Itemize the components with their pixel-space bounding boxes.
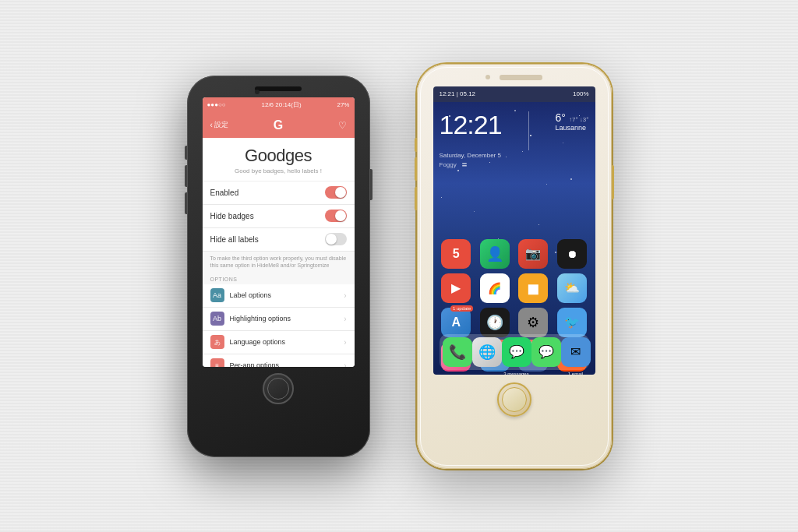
youtube-icon: ▶ [441,273,471,303]
enabled-row[interactable]: Enabled [203,181,355,205]
hide-labels-toggle[interactable] [325,233,347,245]
dock-phone[interactable]: 📞 [443,337,472,367]
clock-icon: ⏺ [557,239,587,269]
lockscreen: 12:21 6° ↑7° ↓3° Lausanne Saturday, Dece… [433,102,595,375]
volume-up-btn [185,165,187,187]
app-title: Goodges [203,146,355,166]
volume-up-white [415,157,417,181]
language-options-row[interactable]: あ Language options › [203,331,355,354]
home-button[interactable] [263,373,294,404]
app-icon-wrap[interactable]: 👤 [478,239,512,269]
speaker-white [500,75,542,80]
nav-title: G [274,118,283,132]
chevron-right-icon: › [344,291,346,300]
chevron-right-icon-2: › [344,315,346,323]
dock-messages[interactable]: 💬 [531,337,561,367]
camera-icon [255,90,260,94]
mute-switch-white [415,138,417,152]
status-bar: ●●●○○ 12/6 20:14(日) 27% [203,97,355,113]
hide-labels-row[interactable]: Hide all labels [203,228,355,252]
power-btn [370,169,373,200]
dock: 📞 🌐 💬 3 messages 💬 [440,334,589,370]
app-icon-wrap[interactable]: ⏺ [555,239,589,269]
heart-icon[interactable]: ♡ [338,120,347,131]
weather-condition: Foggy 〓 [433,160,474,169]
left-phone-screen: ●●●○○ 12/6 20:14(日) 27% ‹ 設定 G ♡ Goodges… [203,97,355,367]
home-button-inner-white [502,387,527,412]
hide-badges-label: Hide badges [210,212,254,220]
time-divider [528,111,529,150]
toggle-knob-3 [326,234,337,245]
twitter-icon: 🐦 [557,308,587,337]
nav-bar: ‹ 設定 G ♡ [203,113,355,138]
contacts-icon: 👤 [480,239,510,269]
lock-date: Saturday, December 5 [433,150,507,160]
right-phone-screen: 12:21 | 05.12 100% [433,86,595,375]
dock-whatsapp[interactable]: 💬 3 messages [502,337,531,367]
hide-badges-row[interactable]: Hide badges [203,205,355,228]
weather-icon: ⛅ [557,273,587,303]
dock-safari[interactable]: 🌐 [472,337,502,367]
back-button[interactable]: ‹ 設定 [210,120,228,130]
app-icon-wrap[interactable]: 📷 [517,239,551,269]
warning-text: To make the third option work properly, … [203,252,355,272]
whatsapp-badge: 3 messages [503,372,528,375]
battery-status: 100% [573,90,588,97]
app-icon-wrap[interactable]: 🌈 [478,273,512,303]
weather-section: 6° ↑7° ↓3° Lausanne [556,111,589,132]
label-options-text: Label options [230,291,272,299]
label-options-row[interactable]: Aa Label options › [203,284,355,308]
app-icon-wrap[interactable]: 🕐 [478,308,512,337]
time-status: 12:21 | 05.12 [440,90,476,97]
enabled-toggle[interactable] [325,186,347,199]
speaker-grill [255,86,302,91]
app-icon-wrap[interactable]: A 1 update [440,308,474,337]
options-section-header: OPTIONS [203,272,355,284]
app-header: Goodges Good bye badges, hello labels ! [203,138,355,181]
per-app-options-row[interactable]: ≡ Per-app options › [203,354,355,367]
hide-labels-label: Hide all labels [210,235,259,244]
hide-badges-toggle[interactable] [325,210,347,222]
app-icon-wrap[interactable]: ◼ [517,273,551,303]
app-icon-wrap[interactable]: 🐦 [555,308,589,337]
home-button-white[interactable] [497,382,531,417]
language-options-icon: あ [210,335,224,349]
highlighting-options-text: Highlighting options [230,315,291,322]
language-options-text: Language options [230,338,286,346]
home-button-inner [267,378,289,400]
power-btn-white [612,165,614,199]
volume-down-btn [185,192,187,214]
label-options-icon: Aa [210,288,224,302]
chevron-right-icon-3: › [344,338,346,347]
battery-indicator: 27% [337,101,349,108]
appstore-icon: A 1 update [441,308,471,337]
right-phone: 12:21 | 05.12 100% [417,64,612,469]
app-icon-wrap[interactable]: ⛅ [555,273,589,303]
app-icon-wrap[interactable]: 5 [440,239,474,269]
toggle-knob [335,187,346,198]
notes-icon: ◼ [518,273,548,303]
temp-range: ↑7° ↓3° [569,116,589,123]
app-subtitle: Good bye badges, hello labels ! [203,167,355,174]
volume-down-white [415,187,417,210]
chevron-left-icon: ‹ [210,121,213,129]
per-app-options-text: Per-app options [230,361,280,366]
highlighting-options-icon: Ab [210,312,224,326]
settings-icon: ⚙ [518,308,548,337]
badge-update: 1 update [450,305,473,312]
timer-icon: 🕐 [480,308,510,337]
back-label: 設定 [214,120,228,130]
dock-mail[interactable]: ✉ 1 email [561,337,591,367]
app-icon-wrap[interactable]: ⚙ [517,308,551,337]
safari-dock-icon: 🌐 [472,337,502,367]
toggle-knob-2 [335,210,346,221]
temperature: 6° [556,111,566,124]
phone-dock-icon: 📞 [443,337,472,367]
mute-switch [185,146,187,160]
highlighting-options-row[interactable]: Ab Highlighting options › [203,308,355,331]
phone-top-area [417,64,612,80]
app-icon-wrap[interactable]: ▶ [440,273,474,303]
time-display: 12/6 20:14(日) [262,100,302,109]
camera-dot-white [486,75,490,79]
calendar-icon: 5 [441,239,471,269]
